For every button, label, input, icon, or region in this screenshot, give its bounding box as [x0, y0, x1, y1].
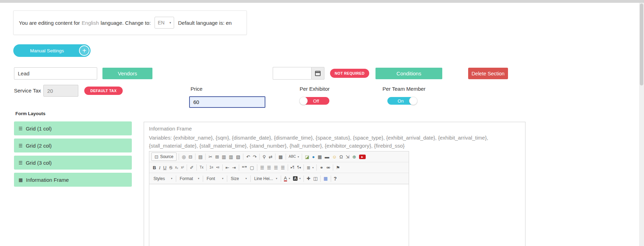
- text-color-icon[interactable]: A▾: [282, 175, 292, 182]
- table-icon[interactable]: ▦: [316, 154, 323, 160]
- remove-format-icon[interactable]: Tx: [198, 165, 205, 170]
- align-left-icon[interactable]: ☰: [259, 165, 266, 171]
- editor-toolbar: ⊡Source◎⊟▤✂⊞▥▥▧↶↷⚲⇄▩ABC▾◪●▦▬☺Ω⇲⊕▶BIUSx₂x…: [149, 151, 409, 184]
- toolbar-separator: [179, 154, 179, 160]
- find-icon[interactable]: ⚲: [261, 154, 267, 160]
- image-icon[interactable]: ◪: [303, 154, 310, 160]
- select-all-icon[interactable]: ▩: [277, 154, 284, 160]
- vendors-button[interactable]: Vendors: [102, 68, 152, 79]
- special-char-icon[interactable]: Ω: [338, 154, 344, 160]
- size-select[interactable]: Size▾: [229, 176, 249, 182]
- youtube-icon[interactable]: ▶: [358, 154, 367, 160]
- toggle-state-label: On: [398, 98, 403, 104]
- not-required-badge: NOT REQUIRED: [330, 69, 369, 78]
- info-frame-panel: Information Frame Variables: {exhibitor_…: [144, 122, 525, 246]
- toolbar-separator: [227, 176, 227, 182]
- plus-icon[interactable]: +: [79, 45, 90, 56]
- smiley-icon[interactable]: ☺: [331, 154, 338, 160]
- replace-icon[interactable]: ⇄: [267, 154, 274, 160]
- default-tax-button[interactable]: DEFAULT TAX: [84, 87, 123, 95]
- page-break-icon[interactable]: ⇲: [344, 154, 351, 160]
- toolbar-separator: [303, 164, 304, 171]
- div-container-icon[interactable]: ▢: [249, 165, 256, 171]
- subscript-icon[interactable]: x₂: [174, 165, 180, 170]
- toolbar-separator: [331, 176, 331, 182]
- toolbar-separator: [196, 164, 197, 171]
- preview-icon[interactable]: ◎: [180, 154, 187, 160]
- styles-select[interactable]: Styles▾: [151, 176, 174, 182]
- language-select-value: EN: [158, 20, 164, 25]
- align-right-icon[interactable]: ☰: [272, 165, 279, 171]
- background-color-icon[interactable]: A▾: [292, 176, 302, 181]
- price-input[interactable]: [189, 96, 265, 108]
- toggle-knob[interactable]: [299, 97, 308, 105]
- line-height-select[interactable]: Line Hei...▾: [252, 176, 279, 182]
- unlink-icon[interactable]: ⚮: [325, 165, 331, 171]
- banner-text-prefix: You are editing content for: [19, 20, 80, 26]
- copy-formatting-icon[interactable]: ✐: [188, 165, 195, 171]
- layout-grid-1col[interactable]: ☰ Grid (1 col): [14, 121, 132, 135]
- grid-icon[interactable]: ▦: [322, 176, 329, 181]
- undo-icon[interactable]: ↶: [245, 154, 251, 160]
- horizontal-rule-icon[interactable]: ▬: [323, 154, 331, 160]
- indent-icon[interactable]: ⇥: [231, 165, 237, 171]
- service-tax-input[interactable]: [43, 85, 78, 97]
- layout-grid-3col[interactable]: ☰ Grid (3 col): [14, 156, 132, 170]
- show-blocks-icon[interactable]: ◫: [312, 176, 319, 181]
- numbered-list-icon[interactable]: 1≡: [208, 165, 215, 170]
- editor-content[interactable]: [149, 184, 409, 246]
- outdent-icon[interactable]: ⇤: [224, 165, 231, 171]
- delete-section-button[interactable]: Delete Section: [468, 68, 508, 79]
- toolbar-separator: [320, 176, 321, 182]
- underline-icon[interactable]: U: [162, 165, 168, 171]
- blockquote-icon[interactable]: “”: [241, 164, 249, 171]
- form-layouts-heading: Form Layouts: [15, 111, 45, 116]
- print-icon[interactable]: ⊟: [187, 154, 194, 160]
- templates-icon[interactable]: ▤: [197, 154, 204, 160]
- format-select[interactable]: Format▾: [178, 176, 201, 182]
- spell-check-icon[interactable]: ABC▾: [287, 154, 301, 159]
- anchor-icon[interactable]: ⚑: [335, 165, 342, 171]
- paste-text-icon[interactable]: ▥: [228, 154, 235, 160]
- link-icon[interactable]: ⚭: [318, 165, 325, 171]
- toolbar-separator: [281, 176, 281, 182]
- bidi-rtl-icon[interactable]: ¶◂: [296, 165, 302, 170]
- toolbar-separator: [316, 164, 317, 171]
- strike-icon[interactable]: S: [168, 165, 174, 171]
- paste-icon[interactable]: ▥: [220, 154, 227, 160]
- info-frame-title: Information Frame: [149, 126, 192, 132]
- redo-icon[interactable]: ↷: [251, 154, 258, 160]
- scrollbar-track[interactable]: [639, 3, 644, 246]
- conditions-button[interactable]: Conditions: [375, 68, 442, 79]
- per-team-member-toggle[interactable]: On: [387, 97, 417, 105]
- layout-grid-2col[interactable]: ☰ Grid (2 col): [14, 139, 132, 152]
- bold-icon[interactable]: B: [151, 165, 157, 171]
- toggle-knob[interactable]: [409, 97, 417, 105]
- manual-settings-button[interactable]: Manual Settings +: [13, 44, 91, 57]
- section-name-input[interactable]: [14, 67, 97, 80]
- copy-icon[interactable]: ⊞: [214, 154, 220, 160]
- per-exhibitor-toggle[interactable]: Off: [299, 97, 329, 105]
- language-select[interactable]: EN ▾: [155, 17, 174, 29]
- bulleted-list-icon[interactable]: •≡: [215, 165, 221, 170]
- justify-icon[interactable]: ☰: [279, 165, 286, 171]
- about-icon[interactable]: ?: [332, 176, 338, 182]
- cut-icon[interactable]: ✂: [207, 154, 214, 160]
- font-select[interactable]: Font▾: [205, 176, 226, 182]
- paste-word-icon[interactable]: ▧: [235, 154, 242, 160]
- layout-information-frame[interactable]: ▦ Information Frame: [14, 173, 132, 187]
- iframe-icon[interactable]: ⊕: [351, 154, 358, 160]
- align-center-icon[interactable]: ☰: [266, 165, 273, 171]
- superscript-icon[interactable]: x²: [180, 165, 185, 170]
- toolbar-separator: [257, 164, 257, 171]
- language-icon[interactable]: ≣▾: [305, 165, 315, 171]
- date-input[interactable]: [273, 67, 311, 80]
- source-button[interactable]: ⊡Source: [151, 152, 177, 161]
- bidi-ltr-icon[interactable]: ▸¶: [289, 165, 296, 170]
- layout-item-label: Information Frame: [26, 177, 69, 183]
- maximize-icon[interactable]: ✚: [305, 176, 312, 181]
- flash-icon[interactable]: ●: [311, 154, 316, 160]
- calendar-button[interactable]: [311, 67, 324, 80]
- italic-icon[interactable]: I: [157, 165, 162, 171]
- scrollbar-thumb[interactable]: [640, 3, 643, 85]
